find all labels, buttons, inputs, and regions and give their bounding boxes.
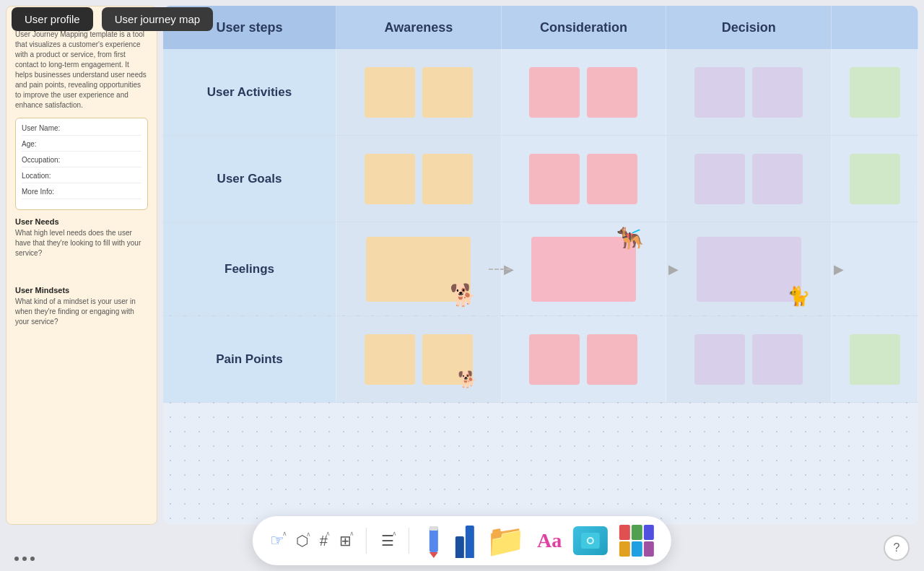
svg-rect-2: [430, 526, 438, 531]
bar-chart-icon: [456, 523, 474, 558]
field-location[interactable]: Location:: [22, 172, 141, 183]
folder-icon: 📁: [486, 525, 526, 557]
sticky-note[interactable]: [850, 67, 900, 118]
cat-icon: 🐈: [787, 285, 810, 308]
svg-point-5: [588, 539, 593, 543]
journey-map-area: User steps Awareness Consideration Decis…: [163, 6, 918, 525]
sticky-note[interactable]: [850, 334, 900, 385]
main-area: User Journey Map User Journey Mapping te…: [0, 0, 924, 531]
pencil-icon: [424, 523, 444, 558]
text-align-tool-icon[interactable]: ☰ ∧: [381, 531, 394, 550]
sticky-note[interactable]: [365, 334, 415, 385]
sticky-note[interactable]: [752, 67, 803, 118]
field-occupation[interactable]: Occupation:: [22, 156, 141, 167]
sticky-note[interactable]: [529, 154, 580, 204]
cell-pain-decision: [666, 316, 832, 402]
sidebar: User Journey Map User Journey Mapping te…: [6, 6, 157, 525]
bar-chart-tool[interactable]: [456, 523, 474, 558]
cell-activities-consideration: [502, 49, 667, 135]
dot-2: [22, 557, 27, 561]
user-mindsets-title: User Mindsets: [15, 286, 148, 295]
template-grid-icon: [619, 525, 654, 557]
row-pain-points: Pain Points 🐕: [163, 316, 918, 403]
sticky-note[interactable]: [587, 154, 637, 204]
sticky-note[interactable]: [694, 334, 745, 385]
row-label-user-activities: User Activities: [163, 49, 336, 135]
dot-3: [30, 557, 35, 561]
user-needs-title: User Needs: [15, 217, 148, 226]
sticky-note[interactable]: [587, 334, 637, 385]
text-tool[interactable]: Aa: [537, 529, 562, 552]
sticky-note[interactable]: [529, 67, 580, 118]
cell-pain-consideration: [502, 316, 667, 402]
sticky-note[interactable]: [752, 334, 803, 385]
row-user-activities: User Activities: [163, 49, 918, 136]
feelings-sticky-decision[interactable]: 🐈: [697, 237, 801, 302]
row-label-pain-points: Pain Points: [163, 316, 336, 402]
photo-tool[interactable]: [573, 526, 608, 555]
cell-feelings-consideration: 🐕‍🦺 ▶: [502, 222, 667, 315]
row-label-user-goals: User Goals: [163, 136, 336, 222]
cell-goals-decision: [666, 136, 832, 222]
cell-goals-awareness: [336, 136, 502, 222]
journey-map-body: User Activities: [163, 49, 918, 525]
sticky-note[interactable]: [694, 67, 745, 118]
field-more-info[interactable]: More Info:: [22, 188, 141, 199]
sticky-note[interactable]: [752, 154, 803, 204]
photo-icon: [573, 526, 608, 555]
cell-feelings-extra: [832, 222, 918, 315]
top-bar: User profile User journey map: [0, 0, 924, 38]
arrow-right-3: ▶: [834, 261, 844, 277]
cell-feelings-decision: 🐈 ▶: [666, 222, 832, 315]
cell-goals-consideration: [502, 136, 667, 222]
cell-pain-extra: [832, 316, 918, 402]
dog-icon-spotted: 🐕‍🦺: [616, 225, 643, 250]
dashed-line-1: [489, 269, 510, 270]
hand-tool-icon[interactable]: ☞ ∧: [270, 531, 284, 550]
toolbar-divider-1: [366, 528, 367, 554]
sticky-note[interactable]: 🐕: [422, 334, 473, 385]
field-username[interactable]: User Name:: [22, 124, 141, 136]
dog-icon-black: 🐕: [450, 282, 476, 308]
user-journey-map-button[interactable]: User journey map: [102, 7, 213, 31]
template-tool[interactable]: [619, 525, 654, 557]
cell-pain-awareness: 🐕: [336, 316, 502, 402]
sticky-note[interactable]: [850, 154, 900, 204]
cell-activities-awareness: [336, 49, 502, 135]
sticky-note[interactable]: [365, 67, 415, 118]
cell-goals-extra: [832, 136, 918, 222]
sticky-note[interactable]: [365, 154, 415, 204]
sticky-note[interactable]: [694, 154, 745, 204]
cell-feelings-awareness: 🐕 ▶: [336, 222, 502, 315]
sticky-note[interactable]: [529, 334, 580, 385]
user-profile-button[interactable]: User profile: [12, 7, 93, 31]
sidebar-description: User Journey Mapping template is a tool …: [15, 30, 148, 110]
pencil-tool[interactable]: [424, 523, 444, 558]
row-feelings: Feelings 🐕 ▶ 🐕‍🦺 ▶: [163, 222, 918, 316]
toolbar-divider-2: [409, 528, 409, 554]
node-tool-icon[interactable]: ⬡ ∧: [296, 532, 308, 549]
chart-tool-icon[interactable]: ⊞ ∧: [339, 531, 352, 550]
sticky-note[interactable]: [422, 154, 473, 204]
feelings-sticky-awareness[interactable]: 🐕: [366, 237, 471, 302]
bottom-toolbar: ☞ ∧ ⬡ ∧ # ∧ ⊞ ∧ ☰ ∧ 📁 Aa: [253, 516, 671, 565]
field-age[interactable]: Age:: [22, 140, 141, 152]
dog-icon-small: 🐕: [458, 370, 477, 389]
cell-activities-decision: [666, 49, 832, 135]
three-dots-menu[interactable]: [14, 557, 35, 561]
help-button[interactable]: ?: [884, 535, 910, 561]
feelings-sticky-consideration[interactable]: 🐕‍🦺: [531, 237, 636, 302]
cell-activities-extra: [832, 49, 918, 135]
sticky-note[interactable]: [422, 67, 473, 118]
sticky-note[interactable]: [587, 67, 637, 118]
arrow-right-2: ▶: [668, 261, 679, 277]
svg-marker-1: [430, 552, 438, 558]
row-user-goals: User Goals: [163, 136, 918, 222]
sidebar-form: User Name: Age: Occupation: Location: Mo…: [15, 118, 148, 210]
user-needs-desc: What high level needs does the user have…: [15, 228, 148, 258]
user-mindsets-desc: What kind of a mindset is your user in w…: [15, 297, 148, 327]
frame-tool-icon[interactable]: # ∧: [320, 531, 328, 550]
text-aa-icon: Aa: [537, 529, 562, 552]
row-label-feelings: Feelings: [163, 222, 336, 315]
folder-tool[interactable]: 📁: [486, 525, 526, 557]
